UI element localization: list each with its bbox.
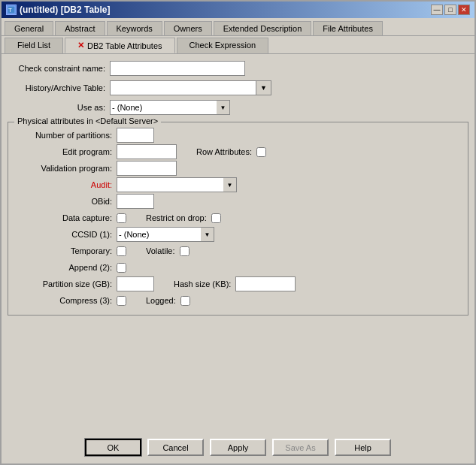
- append-checkbox[interactable]: [117, 263, 126, 273]
- data-capture-checkbox[interactable]: [117, 213, 126, 223]
- tab-abstract[interactable]: Abstract: [55, 21, 105, 35]
- partition-size-input[interactable]: [117, 276, 154, 291]
- close-button[interactable]: ✕: [458, 5, 470, 15]
- partition-size-label: Partition size (GB):: [14, 279, 112, 288]
- data-capture-row: Data capture: Restrict on drop:: [14, 210, 462, 226]
- audit-label: Audit:: [14, 180, 112, 189]
- physical-attributes-group: Physical attributes in <Default Server> …: [8, 122, 468, 316]
- num-partitions-input[interactable]: [117, 128, 154, 143]
- bottom-tab-bar: Field List ✕ DB2 Table Attributes Check …: [2, 35, 474, 54]
- audit-select[interactable]: [117, 177, 237, 192]
- check-constraint-row: Check constraint name:: [8, 60, 468, 77]
- hash-size-input[interactable]: [235, 276, 296, 291]
- restrict-on-drop-label: Restrict on drop:: [146, 213, 207, 222]
- compress-checkbox[interactable]: [117, 296, 126, 306]
- main-content: Check constraint name: History/Archive T…: [2, 54, 474, 431]
- audit-row: Audit: ▼: [14, 177, 462, 193]
- title-bar: T (untitled) [DB2 Table] — □ ✕: [2, 2, 474, 18]
- tab-x-icon: ✕: [77, 41, 84, 50]
- ccsid-select[interactable]: - (None): [117, 227, 214, 242]
- data-capture-label: Data capture:: [14, 213, 112, 222]
- tab-file-attributes[interactable]: File Attributes: [313, 21, 383, 35]
- obid-input[interactable]: [117, 194, 154, 209]
- partition-hash-row: Partition size (GB): Hash size (KB):: [14, 276, 462, 292]
- maximize-button[interactable]: □: [444, 5, 456, 15]
- edit-program-input[interactable]: [117, 144, 177, 159]
- svg-text:T: T: [8, 7, 12, 14]
- history-archive-row: History/Archive Table: ▼: [8, 80, 468, 96]
- tab-general[interactable]: General: [5, 21, 53, 35]
- use-as-row: Use as: - (None) ▼: [8, 99, 468, 116]
- check-constraint-input[interactable]: [110, 61, 245, 76]
- top-tab-bar: General Abstract Keywords Owners Extende…: [2, 18, 474, 35]
- tab-db2-table-attributes[interactable]: ✕ DB2 Table Attributes: [65, 38, 174, 53]
- ccsid-label: CCSID (1):: [14, 230, 112, 239]
- row-attributes-label: Row Attributes:: [196, 147, 252, 156]
- history-archive-label: History/Archive Table:: [8, 83, 105, 92]
- save-as-button[interactable]: Save As: [272, 439, 329, 456]
- history-archive-input[interactable]: [110, 80, 256, 95]
- tab-check-expression[interactable]: Check Expression: [177, 38, 269, 53]
- check-constraint-label: Check constraint name:: [8, 64, 105, 73]
- help-button[interactable]: Help: [335, 439, 391, 456]
- tab-owners[interactable]: Owners: [164, 21, 212, 35]
- group-box-title: Physical attributes in <Default Server>: [14, 116, 161, 125]
- temporary-checkbox[interactable]: [117, 246, 126, 256]
- form-area: Check constraint name: History/Archive T…: [8, 60, 468, 316]
- tab-extended-description[interactable]: Extended Description: [214, 21, 312, 35]
- obid-row: OBid:: [14, 193, 462, 210]
- temporary-label: Temporary:: [14, 246, 112, 255]
- main-window: T (untitled) [DB2 Table] — □ ✕ General A…: [0, 0, 476, 465]
- apply-button[interactable]: Apply: [210, 439, 266, 456]
- volatile-label: Volatile:: [146, 246, 175, 255]
- minimize-button[interactable]: —: [431, 5, 443, 15]
- window-icon: T: [6, 5, 17, 15]
- compress-label: Compress (3):: [14, 296, 112, 305]
- ok-button[interactable]: OK: [85, 439, 141, 456]
- history-archive-dropdown-button[interactable]: ▼: [256, 80, 271, 95]
- compress-logged-row: Compress (3): Logged:: [14, 292, 462, 309]
- num-partitions-label: Number of partitions:: [14, 131, 112, 140]
- hash-size-label: Hash size (KB):: [174, 279, 231, 288]
- use-as-select[interactable]: - (None): [110, 100, 230, 115]
- restrict-on-drop-checkbox[interactable]: [211, 213, 221, 223]
- num-partitions-row: Number of partitions:: [14, 127, 462, 143]
- append-label: Append (2):: [14, 263, 112, 272]
- tab-keywords[interactable]: Keywords: [107, 21, 162, 35]
- validation-program-input[interactable]: [117, 161, 177, 176]
- validation-program-row: Validation program:: [14, 160, 462, 177]
- logged-checkbox[interactable]: [180, 296, 190, 306]
- use-as-label: Use as:: [8, 103, 105, 112]
- obid-label: OBid:: [14, 197, 112, 206]
- volatile-checkbox[interactable]: [180, 246, 189, 256]
- edit-program-row: Edit program: Row Attributes:: [14, 143, 462, 160]
- append-row: Append (2):: [14, 259, 462, 276]
- row-attributes-checkbox[interactable]: [256, 147, 266, 157]
- validation-program-label: Validation program:: [14, 164, 112, 173]
- cancel-button[interactable]: Cancel: [147, 439, 204, 456]
- logged-label: Logged:: [146, 296, 176, 305]
- edit-program-label: Edit program:: [14, 147, 112, 156]
- window-title: (untitled) [DB2 Table]: [20, 5, 110, 15]
- ccsid-row: CCSID (1): - (None) ▼: [14, 226, 462, 243]
- temporary-volatile-row: Temporary: Volatile:: [14, 243, 462, 259]
- button-bar: OK Cancel Apply Save As Help: [2, 431, 474, 463]
- tab-field-list[interactable]: Field List: [5, 38, 63, 53]
